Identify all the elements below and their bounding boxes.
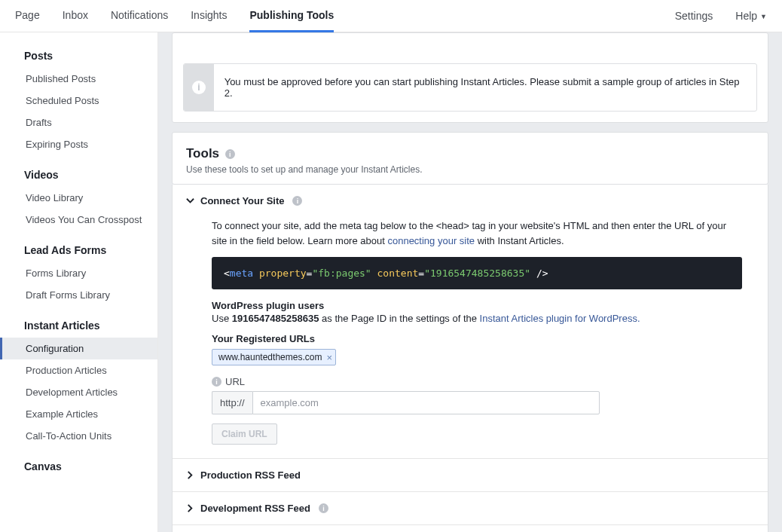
main-content: i You must be approved before you can st… [158,32,782,532]
alert-text: You must be approved before you can star… [214,64,756,111]
accordion-audience-network: Audience Network i [173,524,768,532]
nav-inbox[interactable]: Inbox [63,0,88,32]
approval-alert: i You must be approved before you can st… [183,63,757,112]
nav-help[interactable]: Help▼ [735,1,767,31]
registered-url-text: www.hauntedthemes.com [218,352,322,362]
url-input[interactable] [252,391,600,414]
connect-description: To connect your site, add the meta tag b… [212,219,742,248]
sidebar-item-video-library[interactable]: Video Library [0,187,157,209]
accordion-header-production-rss[interactable]: Production RSS Feed [173,459,768,491]
sidebar-item-example-articles[interactable]: Example Articles [0,403,157,425]
sidebar-item-configuration[interactable]: Configuration [0,338,157,359]
sidebar-item-videos-crosspost[interactable]: Videos You Can Crosspost [0,209,157,231]
accordion-header-development-rss[interactable]: Development RSS Feed i [173,492,768,524]
sidebar-item-draft-forms-library[interactable]: Draft Forms Library [0,284,157,306]
sidebar-item-published-posts[interactable]: Published Posts [0,68,157,90]
sidebar-item-production-articles[interactable]: Production Articles [0,359,157,381]
sidebar-section-videos: Videos [0,163,157,187]
sidebar-item-development-articles[interactable]: Development Articles [0,381,157,403]
url-field-label: i URL [212,376,742,387]
chevron-down-icon [186,197,194,205]
registered-urls-title: Your Registered URLs [212,333,742,344]
nav-page[interactable]: Page [15,0,40,32]
accordion-production-rss: Production RSS Feed [173,458,768,491]
sidebar-item-expiring-posts[interactable]: Expiring Posts [0,133,157,155]
info-icon[interactable]: i [225,149,235,159]
info-icon[interactable]: i [212,377,221,387]
tools-title: Tools i [186,146,754,161]
top-nav: Page Inbox Notifications Insights Publis… [0,0,782,32]
remove-url-icon[interactable]: × [326,353,332,362]
info-icon: i [184,64,214,111]
chevron-right-icon [186,471,194,479]
wordpress-plugin-title: WordPress plugin users [212,300,742,311]
sidebar-section-instant-articles: Instant Articles [0,313,157,338]
nav-publishing-tools[interactable]: Publishing Tools [249,0,334,32]
sidebar-section-lead-ads: Lead Ads Forms [0,238,157,262]
accordion-development-rss: Development RSS Feed i [173,491,768,524]
nav-insights[interactable]: Insights [191,0,227,32]
wordpress-plugin-link[interactable]: Instant Articles plugin for WordPress. [480,313,640,324]
url-input-row: http:// [212,391,600,414]
tools-header-card: Tools i Use these tools to set up and ma… [172,132,768,185]
info-icon[interactable]: i [292,196,302,206]
approval-alert-card: i You must be approved before you can st… [172,32,768,123]
sidebar-item-drafts[interactable]: Drafts [0,112,157,133]
sidebar: Posts Published Posts Scheduled Posts Dr… [0,32,158,532]
sidebar-item-cta-units[interactable]: Call-To-Action Units [0,425,157,447]
connecting-your-site-link[interactable]: connecting your site [387,235,475,246]
url-prefix: http:// [212,391,252,414]
nav-settings[interactable]: Settings [675,1,713,31]
registered-url-chip: www.hauntedthemes.com × [212,349,336,365]
sidebar-section-posts: Posts [0,44,157,68]
accordion-header-audience-network[interactable]: Audience Network i [173,525,768,532]
nav-notifications[interactable]: Notifications [111,0,168,32]
tools-subtitle: Use these tools to set up and manage you… [186,164,754,175]
sidebar-item-scheduled-posts[interactable]: Scheduled Posts [0,90,157,112]
sidebar-item-forms-library[interactable]: Forms Library [0,262,157,284]
wordpress-plugin-line: Use 1916547485258635 as the Page ID in t… [212,313,742,324]
claim-url-button[interactable]: Claim URL [212,423,277,445]
chevron-right-icon [186,504,194,512]
accordion-header-connect[interactable]: Connect Your Site i [173,185,768,217]
accordions-card: Connect Your Site i To connect your site… [172,185,768,532]
info-icon[interactable]: i [319,503,328,513]
accordion-connect-your-site: Connect Your Site i To connect your site… [173,185,768,458]
meta-tag-codebox: <meta property="fb:pages" content="19165… [212,257,742,289]
sidebar-section-canvas: Canvas [0,454,157,478]
caret-down-icon: ▼ [760,13,767,20]
